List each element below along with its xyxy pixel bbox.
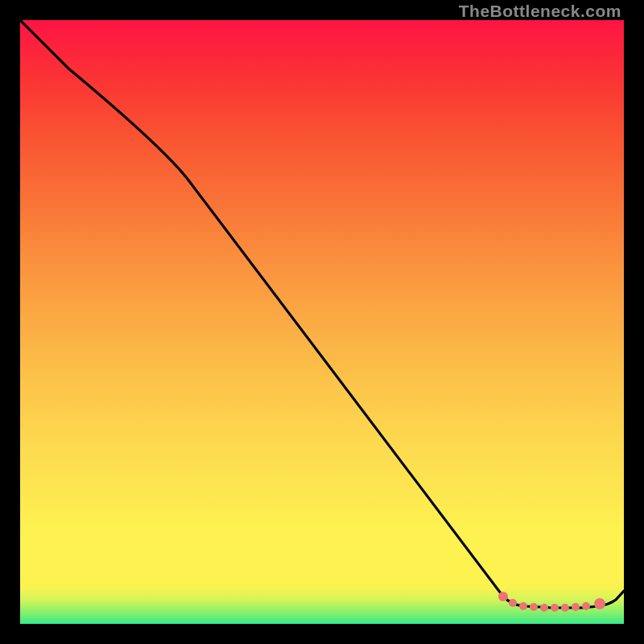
watermark-text: TheBottleneck.com [459,2,621,21]
marker-dot [509,599,517,607]
marker-dot [498,592,508,601]
marker-group [498,592,605,612]
marker-dot [519,602,527,610]
main-curve [20,20,624,608]
plot-area [20,20,624,624]
chart-overlay [20,20,624,624]
chart-frame: TheBottleneck.com [0,0,644,644]
marker-dot-large [594,598,605,609]
marker-dot [530,603,538,611]
marker-dot [540,604,548,612]
marker-dot [572,603,580,611]
marker-dot [551,604,559,612]
marker-dot [561,604,569,612]
marker-dot [582,602,590,610]
